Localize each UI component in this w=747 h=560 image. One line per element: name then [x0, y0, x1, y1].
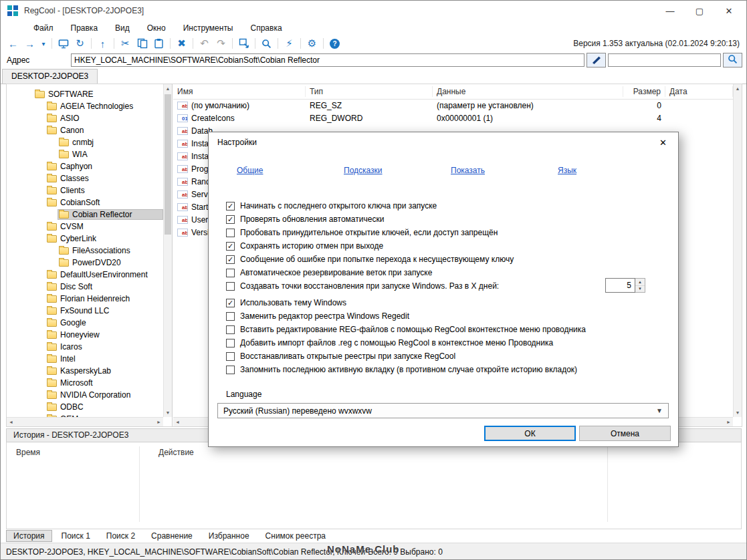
quick-search-button[interactable]: [723, 53, 742, 67]
tree-item[interactable]: Florian Heidenreich: [7, 293, 163, 305]
checkbox[interactable]: [226, 339, 235, 347]
cut-icon[interactable]: ✂: [118, 36, 133, 51]
back-icon[interactable]: ←: [5, 36, 21, 51]
menu-file[interactable]: Файл: [25, 21, 62, 35]
gear-icon[interactable]: ⚙: [304, 36, 320, 51]
bottom-tab-search-2[interactable]: Поиск 2: [100, 531, 142, 541]
export-window-icon[interactable]: [236, 36, 251, 51]
menu-edit[interactable]: Правка: [62, 21, 107, 35]
tree-item[interactable]: Google: [7, 317, 163, 329]
tree-item[interactable]: Disc Soft: [7, 281, 163, 293]
checkbox[interactable]: [226, 312, 235, 321]
scroll-left-icon[interactable]: ◄: [175, 420, 180, 424]
bottom-tab-search-1[interactable]: Поиск 1: [55, 531, 97, 541]
tree-item[interactable]: CyberLink: [7, 233, 163, 245]
tree-item[interactable]: CVSM: [7, 221, 163, 233]
spinner-down-icon[interactable]: ▼: [635, 286, 645, 293]
bottom-tab-compare[interactable]: Сравнение: [144, 531, 199, 541]
tree-item[interactable]: NVIDIA Corporation: [7, 389, 163, 401]
menu-window[interactable]: Окно: [138, 21, 175, 35]
search-icon[interactable]: [259, 36, 274, 51]
tree-item[interactable]: FileAssociations: [7, 245, 163, 257]
monitor-icon[interactable]: [56, 36, 71, 51]
tree-item[interactable]: ASIO: [7, 112, 163, 124]
values-row[interactable]: ab(по умолчанию)REG_SZ(параметр не устан…: [173, 99, 733, 112]
tree-item[interactable]: PowerDVD20: [7, 257, 163, 269]
values-column-header[interactable]: Имя: [173, 86, 306, 97]
values-vertical-scrollbar[interactable]: ▲ ▼: [733, 84, 742, 417]
tree-item[interactable]: KasperskyLab: [7, 365, 163, 377]
tree-item[interactable]: Microsoft: [7, 377, 163, 389]
checkbox[interactable]: ✓: [226, 202, 235, 211]
values-column-header[interactable]: Дата: [665, 86, 733, 97]
delete-icon[interactable]: ✖: [174, 36, 189, 51]
dialog-close-icon[interactable]: ✕: [648, 132, 678, 152]
tab-desktop[interactable]: DESKTOP-2JOPOE3: [2, 69, 98, 84]
tree-item[interactable]: Canon: [7, 124, 163, 136]
bottom-tab-favorites[interactable]: Избранное: [202, 531, 256, 541]
scroll-down-icon[interactable]: ▼: [164, 408, 172, 417]
checkbox[interactable]: [226, 352, 235, 361]
tree-item[interactable]: Cobian Reflector: [7, 208, 163, 221]
tree-item[interactable]: Caphyon: [7, 160, 163, 172]
quick-search-input[interactable]: [608, 53, 721, 67]
dialog-tab-show[interactable]: Показать: [451, 166, 558, 175]
scroll-right-icon[interactable]: ►: [726, 420, 731, 424]
menu-tools[interactable]: Инструменты: [175, 21, 242, 35]
language-select[interactable]: Русский (Russian) переведено wvxwxvw ▼: [217, 403, 669, 418]
close-button[interactable]: ✕: [714, 1, 744, 21]
checkbox[interactable]: [226, 366, 235, 374]
tree-item[interactable]: AGEIA Technologies: [7, 100, 163, 112]
maximize-button[interactable]: ▢: [685, 1, 714, 21]
scroll-thumb[interactable]: [165, 94, 171, 235]
restore-days-value[interactable]: 5: [605, 278, 635, 293]
tree-item[interactable]: Classes: [7, 172, 163, 184]
address-input[interactable]: [71, 53, 584, 67]
scroll-up-icon[interactable]: ▲: [734, 84, 742, 93]
restore-days-spinner[interactable]: 5▲▼: [605, 278, 645, 293]
up-icon[interactable]: ↑: [95, 36, 110, 51]
tree-vertical-scrollbar[interactable]: ▲ ▼: [163, 84, 172, 417]
menu-view[interactable]: Вид: [106, 21, 138, 35]
checkbox[interactable]: ✓: [226, 255, 235, 264]
dialog-tab-language[interactable]: Язык: [558, 166, 665, 175]
minimize-button[interactable]: —: [655, 1, 685, 21]
checkbox[interactable]: ✓: [226, 242, 235, 251]
checkbox[interactable]: [226, 269, 235, 277]
checkbox[interactable]: ✓: [226, 215, 235, 224]
spinner-buttons[interactable]: ▲▼: [635, 278, 645, 293]
forward-icon[interactable]: →: [22, 36, 37, 51]
bottom-tab-history[interactable]: История: [6, 530, 52, 542]
spinner-up-icon[interactable]: ▲: [635, 279, 645, 286]
dialog-tab-general[interactable]: Общие: [237, 166, 344, 175]
help-icon[interactable]: ?: [327, 36, 342, 51]
lightning-icon[interactable]: ⚡: [282, 36, 297, 51]
tree-item[interactable]: cnmbj: [7, 136, 163, 148]
menu-help[interactable]: Справка: [242, 21, 291, 35]
scroll-down-icon[interactable]: ▼: [734, 408, 742, 417]
tree-item[interactable]: Clients: [7, 184, 163, 196]
bottom-tab-snapshot[interactable]: Снимок реестра: [259, 531, 332, 541]
tree-item[interactable]: CobianSoft: [7, 196, 163, 208]
tree-item[interactable]: ODBC: [7, 401, 163, 413]
cancel-button[interactable]: Отмена: [579, 426, 671, 441]
scroll-up-icon[interactable]: ▲: [164, 84, 172, 93]
dialog-tab-hints[interactable]: Подсказки: [344, 166, 451, 175]
scroll-left-icon[interactable]: ◄: [9, 420, 13, 424]
values-column-header[interactable]: Данные: [433, 86, 623, 97]
checkbox[interactable]: [226, 229, 235, 237]
scroll-right-icon[interactable]: ►: [156, 420, 161, 424]
tree-item[interactable]: Icaros: [7, 341, 163, 353]
tree-item[interactable]: SOFTWARE: [7, 88, 163, 100]
tree-item[interactable]: Intel: [7, 353, 163, 365]
goto-key-button[interactable]: [586, 53, 606, 67]
checkbox[interactable]: [226, 325, 235, 334]
tree-item[interactable]: FxSound LLC: [7, 305, 163, 317]
copy-icon[interactable]: [134, 36, 150, 51]
values-column-header[interactable]: Размер: [623, 86, 665, 97]
checkbox[interactable]: [226, 282, 235, 291]
tree-horizontal-scrollbar[interactable]: ◄ ►: [7, 417, 163, 426]
values-row[interactable]: 01CreateIconsREG_DWORD0x00000001 (1)4: [173, 112, 733, 124]
paste-icon[interactable]: [151, 36, 167, 51]
tree-item[interactable]: Honeyview: [7, 329, 163, 341]
